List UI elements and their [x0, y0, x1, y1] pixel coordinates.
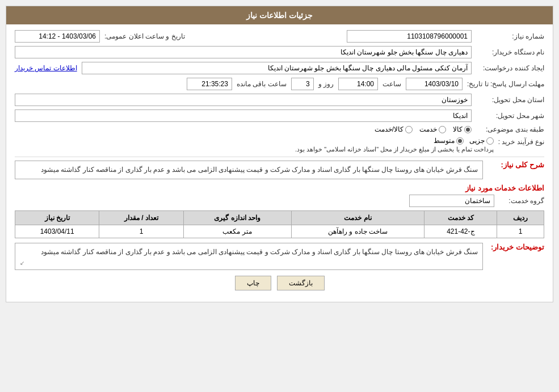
page-title: جزئیات اطلاعات نیاز [246, 11, 313, 20]
ijad-konande-value: آرمان کنکی مسئول مالی دهیاری چال سنگها ب… [82, 62, 472, 74]
tabaqebandi-kala[interactable]: کالا [453, 125, 472, 133]
radio-jozi-label: جزیی [469, 137, 485, 145]
cell-namKhadamat: ساخت جاده و راهآهن [291, 225, 424, 238]
mohlat-irsal-saat: 14:00 [338, 78, 378, 90]
radio-motavaset-label: متوسط [434, 137, 455, 145]
mohlat-irsal-date: 1403/03/10 [406, 78, 463, 90]
groupe-khadamat-label: گروه خدمت: [499, 197, 544, 205]
cell-vahed: متر مکعب [183, 225, 291, 238]
col-vahed: واحد اندازه گیری [183, 211, 291, 225]
col-nam: نام خدمت [291, 211, 424, 225]
page-header: جزئیات اطلاعات نیاز [6, 6, 553, 24]
radio-kala-label: کالا [453, 125, 463, 133]
noe-farayand-options: جزیی متوسط [15, 137, 494, 145]
farayand-jozi[interactable]: جزیی [469, 137, 494, 145]
cell-tarix: 1403/04/11 [15, 225, 99, 238]
ostan-label: استان محل تحویل: [476, 96, 544, 104]
shahr-label: شهر محل تحویل: [476, 112, 544, 120]
sharh-koli-box: سنگ فرش خیابان های روستا چال سنگها بار گ… [15, 161, 483, 179]
table-row: 1ج-42-421ساخت جاده و راهآهنمتر مکعب11403… [15, 225, 544, 238]
noe-farayand-label: نوع فرآیند خرید : [498, 137, 544, 146]
back-button[interactable]: بازگشت [277, 276, 325, 290]
maande-label: ساعت باقی مانده [237, 80, 287, 88]
shahr-value: اندیکا [15, 109, 472, 122]
saat-label: ساعت [383, 80, 401, 88]
noe-farayand-desc: پرداخت تمام یا بخشی از مبلغ خریدار از مح… [15, 146, 494, 153]
ijad-konande-label: ایجاد کننده درخواست: [476, 64, 544, 72]
ostan-value: خوزستان [15, 94, 472, 106]
roz-label: روز و [318, 80, 334, 88]
tawzih-box: سنگ فرش خیابان های روستا چال سنگها بار گ… [15, 243, 483, 270]
tawzih-label: توضیحات خریدار: [487, 243, 544, 270]
tabaqebandi-khadamat[interactable]: خدمت [419, 125, 446, 133]
groupe-khadamat-value: ساختمان [409, 195, 494, 207]
shomare-niaz-value: 1103108796000001 [347, 30, 472, 43]
shomare-niaz-label: شماره نیاز: [476, 32, 544, 40]
services-table: ردیف کد خدمت نام خدمت واحد اندازه گیری ت… [15, 210, 544, 238]
tabaqebandi-kala-khadamat[interactable]: کالا/خدمت [375, 125, 413, 133]
mohlat-irsal-roz: 3 [291, 78, 314, 90]
contact-info-link[interactable]: اطلاعات تماس خریدار [15, 64, 77, 72]
tarix-elan-label: تاریخ و ساعت اعلان عمومی: [104, 32, 185, 40]
radio-jozi-icon [486, 137, 494, 145]
khadamat-section-title: اطلاعات خدمات مورد نیاز [15, 184, 544, 192]
tabaqebandi-label: طبقه بندی موضوعی: [476, 125, 544, 133]
radio-motavaset-icon [456, 137, 464, 145]
tabaqebandi-options: کالا خدمت کالا/خدمت [375, 125, 472, 133]
radio-kala-icon [464, 126, 472, 133]
print-button[interactable]: چاپ [235, 276, 271, 290]
sharh-koli-text: سنگ فرش خیابان های روستا چال سنگها بار گ… [20, 165, 478, 175]
mohlat-irsal-label: مهلت ارسال پاسخ: تا تاریخ: [467, 80, 544, 88]
nam-dastgah-value: دهیاری چال سنگها بخش جلو شهرستان اندیکا [15, 46, 472, 58]
tarix-elan-value: 1403/03/06 - 14:12 [15, 30, 100, 43]
col-tarix: تاریخ نیاز [15, 211, 99, 225]
cell-radif: 1 [497, 225, 544, 238]
cell-kodKhadamat: ج-42-421 [424, 225, 497, 238]
cell-tedad: 1 [99, 225, 183, 238]
mohlat-irsal-maande: 21:35:23 [187, 78, 232, 90]
col-kod: کد خدمت [424, 211, 497, 225]
col-tedad: تعداد / مقدار [99, 211, 183, 225]
buttons-row: بازگشت چاپ [15, 276, 544, 290]
col-radif: ردیف [497, 211, 544, 225]
radio-khadamat-label: خدمت [419, 125, 437, 133]
radio-kala-khadamat-icon [405, 126, 413, 133]
nam-dastgah-label: نام دستگاه خریدار: [476, 48, 544, 56]
tawzih-text: سنگ فرش خیابان های روستا چال سنگها بار گ… [20, 247, 478, 258]
tawzih-container: توضیحات خریدار: سنگ فرش خیابان های روستا… [15, 243, 544, 270]
radio-khadamat-icon [439, 126, 446, 133]
sharh-koli-label: شرح کلی نیاز: [487, 161, 544, 179]
farayand-motavaset[interactable]: متوسط [434, 137, 464, 145]
radio-kala-khadamat-label: کالا/خدمت [375, 125, 404, 133]
